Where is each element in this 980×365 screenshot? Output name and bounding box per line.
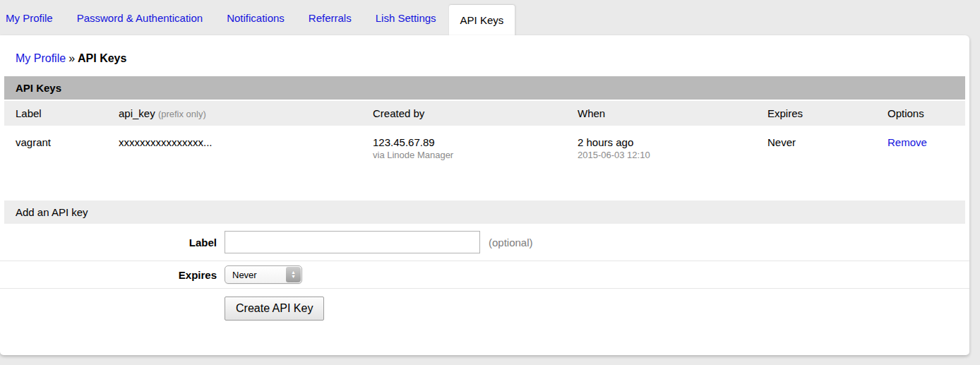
cell-api-key-prefix: xxxxxxxxxxxxxxxx... <box>119 136 373 160</box>
tab-password-authentication[interactable]: Password & Authentication <box>77 12 203 24</box>
expires-select[interactable]: Never ▲ ▼ <box>225 265 302 284</box>
tab-my-profile[interactable]: My Profile <box>6 12 53 24</box>
add-api-key-form: Add an API key Label (optional) Expires … <box>0 201 969 321</box>
table-title: API Keys <box>4 76 965 100</box>
expires-field-label: Expires <box>0 269 225 281</box>
label-field-label: Label <box>0 237 225 249</box>
form-row-expires: Expires Never ▲ ▼ <box>0 261 969 288</box>
column-header-options: Options <box>888 107 965 119</box>
column-header-expires: Expires <box>767 107 888 119</box>
expires-selected-value: Never <box>232 270 257 280</box>
content-panel: My Profile»API Keys API Keys Label api_k… <box>0 35 969 355</box>
tab-lish-settings[interactable]: Lish Settings <box>376 12 436 24</box>
form-title: Add an API key <box>4 201 965 224</box>
cell-options: Remove <box>888 136 965 160</box>
select-stepper-icon: ▲ ▼ <box>286 267 301 282</box>
cell-created-by: 123.45.67.89 via Linode Manager <box>373 136 578 160</box>
column-header-created-by: Created by <box>373 107 578 119</box>
column-header-when: When <box>578 107 767 119</box>
tab-notifications[interactable]: Notifications <box>227 12 285 24</box>
cell-expires: Never <box>767 136 888 160</box>
cell-when: 2 hours ago 2015-06-03 12:10 <box>578 136 767 160</box>
tab-api-keys[interactable]: API Keys <box>449 5 515 35</box>
create-api-key-button[interactable]: Create API Key <box>225 297 324 321</box>
breadcrumb-current: API Keys <box>78 52 126 64</box>
form-row-label: Label (optional) <box>0 224 969 261</box>
column-header-label: Label <box>16 107 119 119</box>
breadcrumb-my-profile-link[interactable]: My Profile <box>16 52 66 64</box>
tab-referrals[interactable]: Referrals <box>309 12 352 24</box>
remove-key-link[interactable]: Remove <box>888 136 927 148</box>
form-row-submit: Create API Key <box>0 288 969 321</box>
column-header-api-key: api_key (prefix only) <box>119 107 373 119</box>
table-row: vagrant xxxxxxxxxxxxxxxx... 123.45.67.89… <box>4 127 965 169</box>
when-relative: 2 hours ago <box>578 136 767 148</box>
column-header-api-key-text: api_key <box>119 107 155 119</box>
breadcrumb-separator: » <box>68 52 75 64</box>
api-keys-table: API Keys Label api_key (prefix only) Cre… <box>4 76 965 169</box>
column-header-api-key-note: (prefix only) <box>158 109 206 119</box>
when-timestamp: 2015-06-03 12:10 <box>578 150 767 160</box>
created-by-via: via Linode Manager <box>373 150 578 160</box>
profile-tab-bar: My Profile Password & Authentication Not… <box>0 0 980 35</box>
breadcrumb: My Profile»API Keys <box>0 35 969 76</box>
table-header-row: Label api_key (prefix only) Created by W… <box>4 101 965 126</box>
chevron-down-icon: ▼ <box>291 275 296 279</box>
label-input[interactable] <box>225 231 480 253</box>
cell-key-label: vagrant <box>16 136 119 160</box>
created-by-ip: 123.45.67.89 <box>373 136 578 148</box>
label-optional-note: (optional) <box>489 237 533 249</box>
